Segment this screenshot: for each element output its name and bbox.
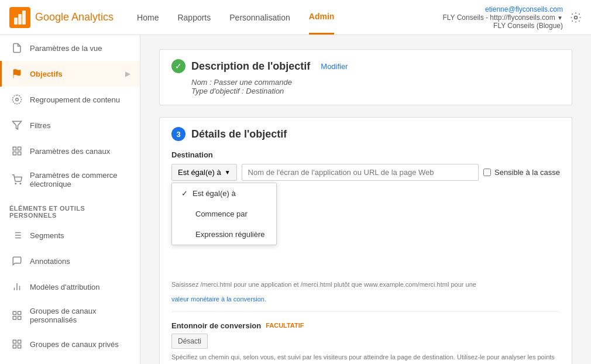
main-nav: Home Rapports Personnalisation Admin (137, 0, 442, 35)
svg-rect-28 (18, 340, 21, 343)
flag-icon (11, 68, 23, 80)
svg-rect-23 (13, 311, 16, 314)
sidebar-item-canaux-prives[interactable]: Groupes de canaux privés (0, 331, 140, 357)
step-circle: 3 (171, 127, 185, 141)
svg-rect-1 (14, 18, 18, 25)
svg-rect-2 (18, 14, 22, 25)
description-info: Nom : Passer une commande Type d'objecti… (171, 78, 560, 95)
url-input[interactable] (242, 164, 479, 181)
wrench-icon (11, 94, 23, 105)
sidebar-section-title: ÉLÉMENTS ET OUTILS PERSONNELS (0, 195, 140, 222)
settings-icon[interactable] (570, 12, 582, 23)
header: Google Analytics Home Rapports Personnal… (0, 0, 591, 35)
grid3-icon (11, 338, 23, 350)
type-value: Destination (246, 87, 284, 95)
dropdown-option-equal[interactable]: ✓ Est égal(e) à (172, 183, 276, 204)
option-label: Expression régulière (195, 230, 265, 239)
user-blog: FLY Conseils (Blogue) (442, 22, 563, 30)
sidebar-item-label: Paramètres de la vue (30, 44, 102, 53)
dropdown-option-regex[interactable]: Expression régulière (172, 224, 276, 245)
svg-rect-8 (13, 147, 16, 150)
funnel-title: Entonnoir de conversion (171, 321, 261, 330)
funnel-section: Entonnoir de conversion FACULTATIF Désac… (171, 321, 560, 364)
nav-rapports[interactable]: Rapports (177, 1, 211, 34)
nom-value: Passer une commande (214, 78, 292, 87)
user-account: FLY Conseils - http://flyconseils.com ▼ (442, 13, 563, 22)
description-header: ✓ Description de l'objectif Modifier (171, 59, 560, 73)
sidebar-item-canaux[interactable]: Paramètres des canaux (0, 138, 140, 164)
svg-rect-11 (18, 152, 21, 155)
sidebar-item-label: Regroupement de contenu (30, 95, 120, 104)
destination-label: Destination (171, 150, 560, 159)
sensible-checkbox[interactable] (483, 169, 491, 176)
sidebar-item-label: Paramètres de commerce électronique (30, 171, 130, 188)
main-layout: Paramètres de la vue Objectifs ▶ Regroup… (0, 35, 591, 364)
destination-area: Est égal(e) à ▼ Sensible à la casse ✓ Es… (171, 164, 560, 181)
sidebar-arrow-icon: ▶ (125, 70, 130, 78)
option-label: Commence par (195, 210, 248, 218)
description-title: Description de l'objectif (191, 60, 310, 73)
sidebar-item-filtres[interactable]: Filtres (0, 112, 140, 138)
sidebar-item-annotations[interactable]: Annotations (0, 248, 140, 274)
sidebar-item-attribution[interactable]: Modèles d'attribution (0, 274, 140, 300)
dropdown-selected-label: Est égal(e) à (178, 168, 221, 177)
step-header: 3 Détails de l'objectif (171, 127, 560, 141)
sidebar-item-label: Groupes de canaux privés (30, 340, 119, 349)
sensible-label: Sensible à la casse (494, 168, 560, 177)
sidebar-item-segments[interactable]: Segments (0, 222, 140, 248)
modifier-link[interactable]: Modifier (321, 62, 348, 71)
sidebar-item-label: Objectifs (30, 70, 63, 78)
sidebar-item-commerce[interactable]: Paramètres de commerce électronique (0, 164, 140, 195)
funnel-toggle-button[interactable]: Désacti (171, 334, 208, 349)
svg-rect-10 (13, 152, 16, 155)
nav-home[interactable]: Home (137, 1, 159, 34)
svg-rect-30 (18, 345, 21, 348)
user-email: etienne@flyconseils.com (442, 5, 563, 13)
segments-icon (11, 229, 23, 241)
nom-label: Nom : (191, 78, 212, 87)
dropdown-option-starts[interactable]: Commence par (172, 204, 276, 224)
account-dropdown-arrow[interactable]: ▼ (557, 15, 563, 21)
sidebar-item-objectifs[interactable]: Objectifs ▶ (0, 61, 140, 87)
sidebar-item-label: Groupes de canaux personnalisés (30, 307, 130, 324)
svg-rect-24 (18, 311, 21, 314)
cart-icon (11, 174, 23, 186)
main-content: ✓ Description de l'objectif Modifier Nom… (140, 35, 591, 364)
step-title: Détails de l'objectif (191, 128, 287, 140)
destination-row: Est égal(e) à ▼ Sensible à la casse (171, 164, 560, 181)
sidebar-item-regroupement[interactable]: Regroupement de contenu (0, 87, 140, 112)
hint-text: Saisissez /merci.html pour une applicati… (171, 280, 560, 289)
svg-rect-9 (18, 147, 21, 150)
check-circle-icon: ✓ (171, 59, 185, 73)
condition-dropdown-menu: ✓ Est égal(e) à Commence par Expression … (171, 183, 277, 245)
sidebar-item-label: Filtres (30, 121, 50, 130)
logo-text: Google Analytics (35, 11, 114, 23)
grid2-icon (11, 310, 23, 321)
hint-text2: valeur monétaire à la conversion. (171, 295, 560, 304)
logo: Google Analytics (9, 7, 114, 28)
sidebar-item-label: Paramètres des canaux (30, 147, 110, 156)
page-icon (11, 42, 23, 54)
funnel-desc: Spécifiez un chemin qui, selon vous, est… (171, 352, 560, 364)
sidebar-item-canaux-perso[interactable]: Groupes de canaux personnalisés (0, 300, 140, 331)
svg-rect-27 (13, 340, 16, 343)
sidebar-item-label: Annotations (30, 257, 70, 266)
grid-icon (11, 145, 23, 157)
option-label: Est égal(e) à (193, 189, 236, 198)
sidebar-item-label: Modèles d'attribution (30, 283, 100, 291)
svg-rect-3 (22, 11, 26, 25)
sidebar-item-parametres-vue[interactable]: Paramètres de la vue (0, 35, 140, 61)
nav-admin[interactable]: Admin (309, 0, 335, 35)
condition-dropdown[interactable]: Est égal(e) à ▼ (171, 164, 237, 181)
svg-point-4 (575, 16, 578, 19)
filter-icon (11, 119, 23, 131)
check-icon: ✓ (181, 189, 188, 198)
svg-point-13 (20, 183, 21, 184)
type-label: Type d'objectif : (191, 87, 244, 95)
sidebar: Paramètres de la vue Objectifs ▶ Regroup… (0, 35, 140, 364)
nav-personnalisation[interactable]: Personnalisation (229, 1, 290, 34)
svg-rect-29 (13, 345, 16, 348)
annotations-icon (11, 255, 23, 267)
sensible-checkbox-row: Sensible à la casse (483, 168, 560, 177)
header-user-area: etienne@flyconseils.com FLY Conseils - h… (442, 5, 582, 30)
